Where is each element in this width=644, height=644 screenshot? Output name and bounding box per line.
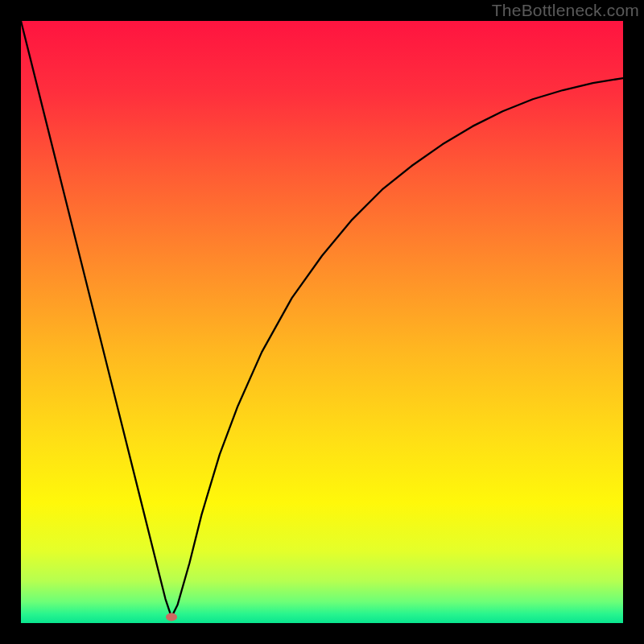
plot-area xyxy=(21,21,623,623)
gradient-background xyxy=(21,21,623,623)
minimum-marker-icon xyxy=(166,613,177,621)
chart-outer-frame: TheBottleneck.com xyxy=(0,0,644,644)
watermark-text: TheBottleneck.com xyxy=(492,1,639,20)
bottleneck-chart-svg xyxy=(21,21,623,623)
